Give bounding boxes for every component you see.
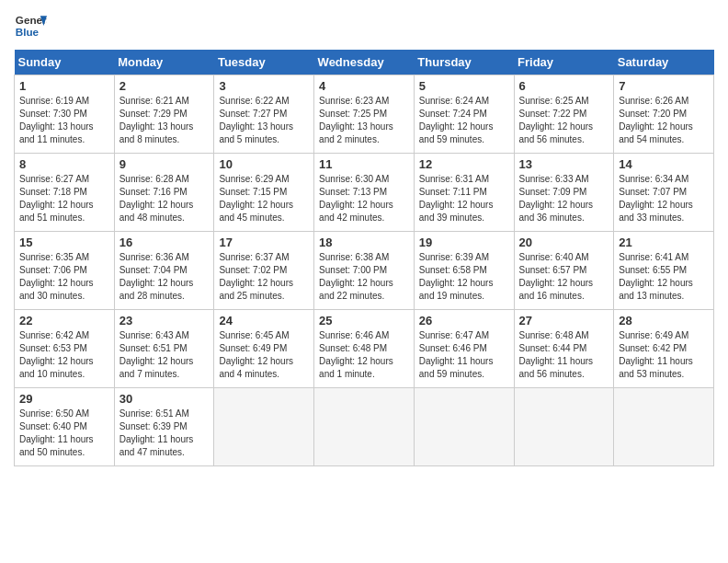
day-number: 5 xyxy=(419,79,509,93)
weekday-header-thursday: Thursday xyxy=(414,50,514,75)
calendar-cell: 13Sunrise: 6:33 AM Sunset: 7:09 PM Dayli… xyxy=(514,154,614,232)
day-info: Sunrise: 6:39 AM Sunset: 6:58 PM Dayligh… xyxy=(419,251,509,303)
day-number: 2 xyxy=(119,79,210,93)
day-info: Sunrise: 6:38 AM Sunset: 7:00 PM Dayligh… xyxy=(319,251,409,303)
weekday-header-tuesday: Tuesday xyxy=(214,50,314,75)
calendar-cell: 30Sunrise: 6:51 AM Sunset: 6:39 PM Dayli… xyxy=(114,388,214,466)
day-number: 7 xyxy=(619,79,709,93)
calendar-container: SundayMondayTuesdayWednesdayThursdayFrid… xyxy=(14,50,714,466)
day-number: 3 xyxy=(219,79,309,93)
day-info: Sunrise: 6:27 AM Sunset: 7:18 PM Dayligh… xyxy=(19,173,109,224)
day-info: Sunrise: 6:33 AM Sunset: 7:09 PM Dayligh… xyxy=(519,173,609,224)
day-info: Sunrise: 6:36 AM Sunset: 7:04 PM Dayligh… xyxy=(119,251,210,303)
calendar-cell: 20Sunrise: 6:40 AM Sunset: 6:57 PM Dayli… xyxy=(514,232,614,310)
day-number: 14 xyxy=(619,157,709,171)
day-info: Sunrise: 6:49 AM Sunset: 6:42 PM Dayligh… xyxy=(619,329,709,381)
logo: General Blue xyxy=(14,9,47,42)
day-number: 4 xyxy=(319,79,409,93)
day-number: 1 xyxy=(19,79,109,93)
day-info: Sunrise: 6:21 AM Sunset: 7:29 PM Dayligh… xyxy=(119,95,210,146)
calendar-cell: 26Sunrise: 6:47 AM Sunset: 6:46 PM Dayli… xyxy=(414,310,514,388)
calendar-cell: 27Sunrise: 6:48 AM Sunset: 6:44 PM Dayli… xyxy=(514,310,614,388)
weekday-header-row: SundayMondayTuesdayWednesdayThursdayFrid… xyxy=(15,50,714,75)
calendar-cell: 3Sunrise: 6:22 AM Sunset: 7:27 PM Daylig… xyxy=(214,75,314,154)
calendar-cell: 5Sunrise: 6:24 AM Sunset: 7:24 PM Daylig… xyxy=(414,75,514,154)
day-number: 16 xyxy=(119,236,210,249)
page-header: General Blue xyxy=(14,9,714,42)
day-number: 29 xyxy=(19,392,109,406)
day-info: Sunrise: 6:28 AM Sunset: 7:16 PM Dayligh… xyxy=(119,173,210,224)
calendar-cell: 15Sunrise: 6:35 AM Sunset: 7:06 PM Dayli… xyxy=(15,232,115,310)
day-info: Sunrise: 6:19 AM Sunset: 7:30 PM Dayligh… xyxy=(19,95,109,146)
calendar-week-row: 22Sunrise: 6:42 AM Sunset: 6:53 PM Dayli… xyxy=(15,310,714,388)
calendar-week-row: 29Sunrise: 6:50 AM Sunset: 6:40 PM Dayli… xyxy=(15,388,714,466)
calendar-cell xyxy=(314,388,415,466)
calendar-cell: 1Sunrise: 6:19 AM Sunset: 7:30 PM Daylig… xyxy=(15,75,115,154)
day-number: 20 xyxy=(519,236,609,249)
day-number: 24 xyxy=(219,314,309,327)
day-info: Sunrise: 6:22 AM Sunset: 7:27 PM Dayligh… xyxy=(219,95,309,146)
calendar-cell: 7Sunrise: 6:26 AM Sunset: 7:20 PM Daylig… xyxy=(614,75,714,154)
calendar-cell: 16Sunrise: 6:36 AM Sunset: 7:04 PM Dayli… xyxy=(114,232,214,310)
day-number: 22 xyxy=(19,314,109,327)
day-info: Sunrise: 6:40 AM Sunset: 6:57 PM Dayligh… xyxy=(519,251,609,303)
day-number: 15 xyxy=(19,236,109,249)
calendar-week-row: 15Sunrise: 6:35 AM Sunset: 7:06 PM Dayli… xyxy=(15,232,714,310)
weekday-header-sunday: Sunday xyxy=(15,50,115,75)
day-info: Sunrise: 6:42 AM Sunset: 6:53 PM Dayligh… xyxy=(19,329,109,381)
calendar-cell: 19Sunrise: 6:39 AM Sunset: 6:58 PM Dayli… xyxy=(414,232,514,310)
day-number: 25 xyxy=(319,314,409,327)
calendar-cell: 22Sunrise: 6:42 AM Sunset: 6:53 PM Dayli… xyxy=(15,310,115,388)
day-info: Sunrise: 6:50 AM Sunset: 6:40 PM Dayligh… xyxy=(19,408,109,459)
calendar-cell xyxy=(614,388,714,466)
calendar-cell xyxy=(214,388,314,466)
calendar-cell: 23Sunrise: 6:43 AM Sunset: 6:51 PM Dayli… xyxy=(114,310,214,388)
day-number: 12 xyxy=(419,157,509,171)
calendar-week-row: 1Sunrise: 6:19 AM Sunset: 7:30 PM Daylig… xyxy=(15,75,714,154)
calendar-cell: 8Sunrise: 6:27 AM Sunset: 7:18 PM Daylig… xyxy=(15,154,115,232)
day-number: 21 xyxy=(619,236,709,249)
calendar-cell: 14Sunrise: 6:34 AM Sunset: 7:07 PM Dayli… xyxy=(614,154,714,232)
day-number: 10 xyxy=(219,157,309,171)
day-info: Sunrise: 6:37 AM Sunset: 7:02 PM Dayligh… xyxy=(219,251,309,303)
calendar-cell: 6Sunrise: 6:25 AM Sunset: 7:22 PM Daylig… xyxy=(514,75,614,154)
calendar-cell: 10Sunrise: 6:29 AM Sunset: 7:15 PM Dayli… xyxy=(214,154,314,232)
day-number: 11 xyxy=(319,157,409,171)
day-info: Sunrise: 6:26 AM Sunset: 7:20 PM Dayligh… xyxy=(619,95,709,146)
day-number: 9 xyxy=(119,157,210,171)
day-info: Sunrise: 6:45 AM Sunset: 6:49 PM Dayligh… xyxy=(219,329,309,381)
calendar-cell: 28Sunrise: 6:49 AM Sunset: 6:42 PM Dayli… xyxy=(614,310,714,388)
day-info: Sunrise: 6:48 AM Sunset: 6:44 PM Dayligh… xyxy=(519,329,609,381)
calendar-cell: 18Sunrise: 6:38 AM Sunset: 7:00 PM Dayli… xyxy=(314,232,415,310)
day-info: Sunrise: 6:47 AM Sunset: 6:46 PM Dayligh… xyxy=(419,329,509,381)
day-number: 28 xyxy=(619,314,709,327)
day-number: 19 xyxy=(419,236,509,249)
day-info: Sunrise: 6:41 AM Sunset: 6:55 PM Dayligh… xyxy=(619,251,709,303)
weekday-header-wednesday: Wednesday xyxy=(314,50,415,75)
calendar-table: SundayMondayTuesdayWednesdayThursdayFrid… xyxy=(14,50,714,466)
day-number: 8 xyxy=(19,157,109,171)
svg-text:Blue: Blue xyxy=(16,26,40,38)
day-info: Sunrise: 6:34 AM Sunset: 7:07 PM Dayligh… xyxy=(619,173,709,224)
day-info: Sunrise: 6:30 AM Sunset: 7:13 PM Dayligh… xyxy=(319,173,409,224)
calendar-cell: 2Sunrise: 6:21 AM Sunset: 7:29 PM Daylig… xyxy=(114,75,214,154)
day-info: Sunrise: 6:51 AM Sunset: 6:39 PM Dayligh… xyxy=(119,408,210,459)
logo-icon: General Blue xyxy=(14,9,47,42)
weekday-header-saturday: Saturday xyxy=(614,50,714,75)
calendar-cell: 29Sunrise: 6:50 AM Sunset: 6:40 PM Dayli… xyxy=(15,388,115,466)
day-info: Sunrise: 6:46 AM Sunset: 6:48 PM Dayligh… xyxy=(319,329,409,381)
calendar-cell xyxy=(414,388,514,466)
day-info: Sunrise: 6:23 AM Sunset: 7:25 PM Dayligh… xyxy=(319,95,409,146)
day-number: 6 xyxy=(519,79,609,93)
calendar-cell: 12Sunrise: 6:31 AM Sunset: 7:11 PM Dayli… xyxy=(414,154,514,232)
calendar-cell: 9Sunrise: 6:28 AM Sunset: 7:16 PM Daylig… xyxy=(114,154,214,232)
calendar-cell: 21Sunrise: 6:41 AM Sunset: 6:55 PM Dayli… xyxy=(614,232,714,310)
day-number: 27 xyxy=(519,314,609,327)
day-info: Sunrise: 6:43 AM Sunset: 6:51 PM Dayligh… xyxy=(119,329,210,381)
weekday-header-monday: Monday xyxy=(114,50,214,75)
day-info: Sunrise: 6:25 AM Sunset: 7:22 PM Dayligh… xyxy=(519,95,609,146)
day-number: 18 xyxy=(319,236,409,249)
day-info: Sunrise: 6:24 AM Sunset: 7:24 PM Dayligh… xyxy=(419,95,509,146)
calendar-week-row: 8Sunrise: 6:27 AM Sunset: 7:18 PM Daylig… xyxy=(15,154,714,232)
day-info: Sunrise: 6:31 AM Sunset: 7:11 PM Dayligh… xyxy=(419,173,509,224)
